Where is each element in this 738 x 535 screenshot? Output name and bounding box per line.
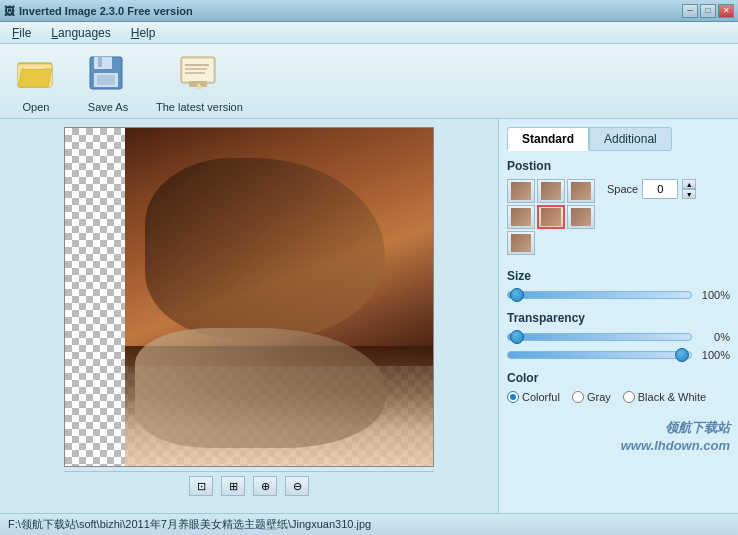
size-slider[interactable]	[507, 291, 692, 299]
menu-bar: File Languages Help	[0, 22, 738, 44]
color-section: Color Colorful Gray Black & White	[507, 371, 730, 403]
title-bar-left: 🖼 Inverted Image 2.3.0 Free version	[4, 5, 193, 17]
svg-rect-9	[97, 75, 115, 85]
colorful-radio[interactable]	[507, 391, 519, 403]
position-section: Postion	[507, 159, 730, 259]
pos-top-center[interactable]	[537, 179, 565, 203]
actual-size-button[interactable]: ⊞	[221, 476, 245, 496]
space-up[interactable]: ▲	[682, 179, 696, 189]
size-value: 100%	[698, 289, 730, 301]
image-display	[64, 127, 434, 467]
title-bar-controls: ─ □ ✕	[682, 4, 734, 18]
status-path: F:\领航下载站\soft\bizhi\2011年7月养眼美女精选主题壁纸\Ji…	[8, 517, 371, 532]
open-label: Open	[23, 101, 50, 113]
size-slider-row: 100%	[507, 289, 730, 301]
menu-file[interactable]: File	[4, 24, 39, 42]
colorful-dot	[510, 394, 516, 400]
space-spinners: ▲ ▼	[682, 179, 696, 199]
color-gray[interactable]: Gray	[572, 391, 611, 403]
transparency-title: Transparency	[507, 311, 730, 325]
color-radio-group: Colorful Gray Black & White	[507, 391, 730, 403]
title-bar: 🖼 Inverted Image 2.3.0 Free version ─ □ …	[0, 0, 738, 22]
open-icon	[12, 49, 60, 97]
latest-version-label: The latest version	[156, 101, 243, 113]
pos-row-2	[507, 205, 595, 229]
pos-mid-left[interactable]	[507, 205, 535, 229]
app-icon: 🖼	[4, 5, 15, 17]
gray-label: Gray	[587, 391, 611, 403]
gray-radio[interactable]	[572, 391, 584, 403]
transparency-value-1: 0%	[698, 331, 730, 343]
pos-bot-center[interactable]	[507, 231, 535, 255]
save-as-icon	[84, 49, 132, 97]
size-title: Size	[507, 269, 730, 283]
app-title: Inverted Image 2.3.0 Free version	[19, 5, 193, 17]
transparency-slider-row-1: 0%	[507, 331, 730, 343]
fit-window-button[interactable]: ⊡	[189, 476, 213, 496]
minimize-button[interactable]: ─	[682, 4, 698, 18]
watermark-line1: 领航下载站	[507, 419, 730, 437]
menu-help[interactable]: Help	[123, 24, 164, 42]
tab-bar: Standard Additional	[507, 127, 730, 151]
latest-version-icon	[175, 49, 223, 97]
image-canvas	[64, 127, 434, 467]
close-button[interactable]: ✕	[718, 4, 734, 18]
zoom-out-button[interactable]: ⊖	[285, 476, 309, 496]
transparency-slider-1[interactable]	[507, 333, 692, 341]
pos-top-left[interactable]	[507, 179, 535, 203]
pos-row-1	[507, 179, 595, 203]
svg-rect-6	[94, 57, 112, 69]
open-button[interactable]: Open	[12, 49, 60, 113]
save-as-button[interactable]: Save As	[84, 49, 132, 113]
transparency-slider-row-2: 100%	[507, 349, 730, 361]
toolbar: Open Save As The latest	[0, 44, 738, 119]
watermark-line2: www.lhdown.com	[507, 437, 730, 455]
space-control: Space ▲ ▼	[607, 179, 696, 199]
image-toolbar: ⊡ ⊞ ⊕ ⊖	[64, 471, 434, 500]
maximize-button[interactable]: □	[700, 4, 716, 18]
color-title: Color	[507, 371, 730, 385]
bw-radio[interactable]	[623, 391, 635, 403]
tab-additional[interactable]: Additional	[589, 127, 672, 151]
transparency-thumb-1[interactable]	[510, 330, 524, 344]
right-panel: Standard Additional Postion	[498, 119, 738, 513]
status-bar: F:\领航下载站\soft\bizhi\2011年7月养眼美女精选主题壁纸\Ji…	[0, 513, 738, 535]
color-bw[interactable]: Black & White	[623, 391, 706, 403]
svg-marker-4	[18, 69, 52, 87]
bw-label: Black & White	[638, 391, 706, 403]
size-thumb[interactable]	[510, 288, 524, 302]
transparency-slider-2[interactable]	[507, 351, 692, 359]
pos-mid-center[interactable]	[537, 205, 565, 229]
watermark: 领航下载站 www.lhdown.com	[507, 419, 730, 455]
transparency-section: Transparency 0% 100%	[507, 311, 730, 361]
color-colorful[interactable]: Colorful	[507, 391, 560, 403]
save-as-label: Save As	[88, 101, 128, 113]
size-section: Size 100%	[507, 269, 730, 301]
pos-mid-right[interactable]	[567, 205, 595, 229]
pos-row-3	[507, 231, 595, 255]
position-grid	[507, 179, 595, 255]
transparency-value-2: 100%	[698, 349, 730, 361]
menu-languages[interactable]: Languages	[43, 24, 118, 42]
space-input[interactable]	[642, 179, 678, 199]
space-down[interactable]: ▼	[682, 189, 696, 199]
canvas-area: ⊡ ⊞ ⊕ ⊖	[0, 119, 498, 513]
svg-rect-7	[98, 57, 102, 67]
tab-standard[interactable]: Standard	[507, 127, 589, 151]
colorful-label: Colorful	[522, 391, 560, 403]
svg-rect-11	[183, 59, 213, 81]
pos-top-right[interactable]	[567, 179, 595, 203]
position-title: Postion	[507, 159, 730, 173]
latest-version-button[interactable]: The latest version	[156, 49, 243, 113]
space-label: Space	[607, 183, 638, 195]
main-area: ⊡ ⊞ ⊕ ⊖ Standard Additional Postion	[0, 119, 738, 513]
zoom-in-button[interactable]: ⊕	[253, 476, 277, 496]
transparency-thumb-2[interactable]	[675, 348, 689, 362]
